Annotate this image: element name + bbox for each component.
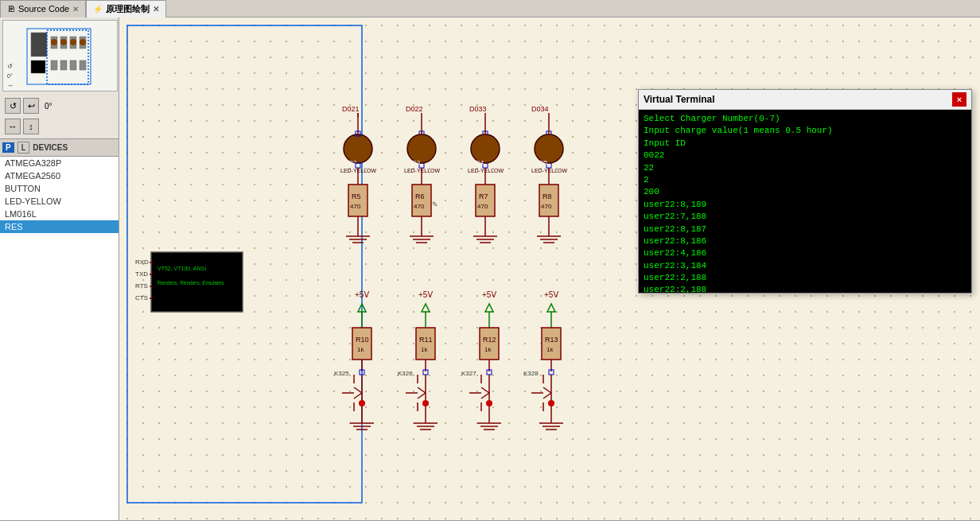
vt-line-6: 2: [644, 174, 966, 186]
svg-rect-61: [476, 185, 495, 216]
svg-point-9: [80, 39, 86, 45]
rotate-btn[interactable]: ↺: [5, 98, 21, 114]
p-button[interactable]: P: [2, 142, 14, 153]
svg-line-134: [481, 393, 489, 399]
svg-point-8: [70, 39, 76, 45]
device-list: ATMEGA328P ATMEGA2560 BUTTON LED-YELLOW …: [0, 157, 119, 520]
device-button[interactable]: BUTTON: [0, 182, 119, 195]
svg-text:LED-YELLOW: LED-YELLOW: [468, 168, 504, 173]
vt-line-9: user22:7,188: [644, 211, 966, 223]
svg-marker-124: [485, 304, 493, 312]
svg-text:K327: K327: [461, 370, 476, 377]
left-toolbar: ↺ ↩ 0° ↔ ↕: [0, 94, 119, 138]
svg-rect-11: [60, 60, 67, 70]
svg-text:R7: R7: [479, 192, 488, 200]
device-led-yellow[interactable]: LED-YELLOW: [0, 195, 119, 208]
device-res[interactable]: RES: [0, 220, 119, 233]
svg-rect-45: [412, 185, 431, 216]
svg-rect-76: [539, 185, 558, 216]
svg-text:R12: R12: [483, 336, 496, 344]
tab-source-code[interactable]: 🖹 Source Code ✕: [0, 0, 86, 17]
main-layout: ↺ 0° ↔ ↕ ↺ ↩ 0° ↔ ↕ P L DEVICES: [0, 17, 980, 520]
svg-text:R11: R11: [419, 336, 433, 344]
svg-text:+5V: +5V: [418, 290, 433, 299]
vt-body[interactable]: Select Charger Number(0-7) Input charge …: [639, 110, 971, 293]
device-atmega328p[interactable]: ATMEGA328P: [0, 157, 119, 169]
svg-text:470: 470: [541, 203, 552, 210]
svg-text:CTS: CTS: [135, 294, 148, 301]
svg-text:1k: 1k: [421, 346, 428, 353]
svg-text:1k: 1k: [357, 346, 364, 353]
undo-btn[interactable]: ↩: [23, 98, 39, 114]
svg-rect-30: [348, 185, 368, 216]
vt-line-5: 22: [644, 162, 966, 174]
vt-line-10: user22:8,187: [644, 224, 966, 235]
minimap-inner: ↺ 0° ↔ ↕: [3, 21, 117, 91]
svg-text:D021: D021: [342, 105, 360, 113]
svg-text:R10: R10: [356, 336, 369, 344]
vt-header: Virtual Terminal ×: [639, 90, 971, 110]
tab-schematic-label: 原理图绘制: [106, 3, 150, 15]
svg-text:TXD: TXD: [135, 270, 148, 278]
schematic-area[interactable]: D021 D2 LED-YELLOW R5 470 D022: [119, 17, 980, 520]
svg-text:RTS: RTS: [135, 282, 148, 290]
vt-close-button[interactable]: ×: [952, 92, 966, 107]
flip-h-btn[interactable]: ↔: [5, 119, 21, 134]
svg-point-138: [486, 400, 492, 406]
device-atmega2560[interactable]: ATMEGA2560: [0, 169, 119, 182]
svg-line-114: [418, 393, 426, 399]
vt-line-12: user22:4,186: [644, 247, 966, 259]
svg-text:K325: K325: [334, 370, 349, 377]
vt-line-2: Input charge value(1 means 0.5 hour): [644, 125, 966, 137]
vt-line-11: user22:8,186: [644, 235, 966, 247]
svg-rect-146: [542, 328, 561, 360]
flip-v-btn[interactable]: ↕: [23, 119, 39, 134]
svg-line-93: [354, 387, 362, 393]
svg-text:R13: R13: [545, 336, 558, 344]
tab-source-code-close[interactable]: ✕: [72, 5, 79, 14]
svg-rect-10: [51, 60, 57, 70]
l-button[interactable]: L: [18, 142, 30, 154]
svg-text:470: 470: [477, 203, 488, 210]
svg-point-6: [51, 39, 57, 45]
left-panel: ↺ 0° ↔ ↕ ↺ ↩ 0° ↔ ↕ P L DEVICES: [0, 17, 119, 520]
vt-line-14: user22:2,188: [644, 272, 966, 284]
svg-text:+5V: +5V: [355, 290, 369, 299]
svg-text:K328: K328: [523, 370, 539, 377]
svg-line-154: [543, 393, 551, 399]
source-code-icon: 🖹: [7, 5, 15, 14]
virtual-terminal: Virtual Terminal × Select Charger Number…: [638, 89, 972, 294]
vt-line-13: user22:3,184: [644, 260, 966, 272]
svg-line-113: [418, 387, 426, 393]
device-lm016l[interactable]: LM016L: [0, 208, 119, 220]
tab-bar: 🖹 Source Code ✕ ⚡ 原理图绘制 ✕: [0, 0, 980, 17]
vt-line-4: 0022: [644, 150, 966, 161]
svg-point-118: [422, 400, 429, 406]
svg-text:↔: ↔: [7, 82, 14, 89]
tab-schematic[interactable]: ⚡ 原理图绘制 ✕: [86, 0, 166, 17]
devices-header: P L DEVICES: [0, 138, 119, 157]
tab-schematic-close[interactable]: ✕: [153, 5, 159, 14]
svg-point-158: [548, 400, 554, 406]
svg-text:RXD: RXD: [135, 259, 149, 266]
svg-rect-12: [70, 60, 76, 70]
vt-line-3: Input ID: [644, 138, 966, 150]
svg-marker-104: [422, 304, 430, 312]
svg-line-94: [354, 393, 362, 399]
svg-text:R8: R8: [542, 192, 552, 200]
svg-text:✎: ✎: [432, 200, 438, 208]
svg-rect-86: [352, 328, 371, 360]
svg-point-98: [359, 400, 365, 406]
svg-rect-126: [480, 328, 499, 360]
svg-text:LED-YELLOW: LED-YELLOW: [340, 168, 377, 173]
svg-text:D033: D033: [469, 105, 487, 113]
vt-line-8: user22:8,189: [644, 199, 966, 211]
svg-text:+5V: +5V: [544, 290, 558, 299]
svg-text:+5V: +5V: [482, 290, 496, 299]
svg-text:D034: D034: [531, 105, 549, 113]
svg-text:R5: R5: [352, 192, 361, 200]
devices-label: DEVICES: [33, 143, 68, 152]
svg-text:D022: D022: [406, 105, 423, 113]
svg-text:D4: D4: [476, 159, 484, 166]
svg-text:↺: ↺: [7, 63, 13, 70]
